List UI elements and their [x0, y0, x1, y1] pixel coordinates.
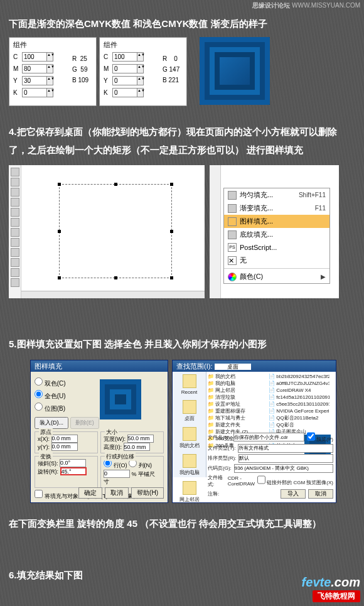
dark-m-input[interactable] — [22, 64, 47, 73]
spinner-icon[interactable]: ▲▼ — [137, 76, 144, 85]
spinner-icon[interactable]: ▲▼ — [47, 88, 53, 97]
rgb-light: R 0 G 147 B 221 — [163, 53, 179, 85]
file-item[interactable]: 📄 QQ影音 — [269, 421, 329, 428]
tool-icon[interactable] — [11, 198, 19, 207]
light-c-input[interactable] — [112, 52, 137, 62]
file-item[interactable]: 📄 c5ee35cc20130110209195... — [269, 401, 329, 408]
toolbox[interactable] — [9, 165, 21, 298]
file-item[interactable]: 📄 a0ffBJTCZbJUZNZG4v3f.t... — [269, 380, 329, 387]
tool-icon[interactable] — [11, 228, 19, 237]
places-bar[interactable]: Recent 桌面 我的文档 我的电脑 网上邻居 — [173, 372, 206, 477]
menu-color[interactable]: 颜色(C)▶ — [224, 270, 329, 283]
menu-pattern-fill[interactable]: 图样填充... — [224, 215, 329, 228]
delete-button[interactable]: 删除(E) — [70, 417, 99, 429]
rotate-input[interactable] — [60, 467, 87, 475]
file-item[interactable]: 📁 我的文档 — [208, 373, 269, 380]
file-item[interactable]: 📁 我的电脑 — [208, 380, 269, 387]
spinner-icon[interactable]: ▲▼ — [137, 52, 144, 62]
tool-icon[interactable] — [11, 248, 19, 257]
transform-with-object-checkbox[interactable] — [35, 490, 43, 498]
light-k-input[interactable] — [112, 88, 137, 97]
file-item[interactable]: 📁 网上邻居 — [208, 387, 269, 394]
menu-texture-fill[interactable]: 底纹填充... — [224, 228, 329, 241]
fill-context-menu[interactable]: 均匀填充...Shift+F11 渐变填充...F11 图样填充... 底纹填充… — [223, 188, 330, 284]
menu-fountain-fill[interactable]: 渐变填充...F11 — [224, 202, 329, 215]
width-input[interactable] — [127, 435, 154, 443]
dark-c-input[interactable] — [22, 52, 47, 62]
spinner-icon[interactable]: ▲▼ — [47, 52, 53, 62]
file-item[interactable]: 📄 CorelDRAW X4 — [269, 387, 329, 394]
sort-select[interactable] — [238, 454, 333, 463]
pattern-fill-dialog[interactable]: 图样填充 双色(C) 全色(U) 位图(B) 装入(D)... 删除(E) 原点… — [30, 360, 168, 503]
filetype-select[interactable] — [238, 444, 333, 453]
file-item[interactable]: 📁 设置IP地址 — [208, 401, 269, 408]
recent-place[interactable]: Recent — [173, 372, 206, 398]
file-item[interactable]: 📄 QQ影音2011Beta2 — [269, 414, 329, 421]
filename-input[interactable] — [233, 433, 304, 441]
cancel-import-button[interactable]: 取消 — [308, 489, 333, 499]
tool-icon[interactable] — [11, 188, 19, 197]
dark-k-input[interactable] — [22, 88, 47, 97]
file-item[interactable]: 📁 重建图标缓存 — [208, 408, 269, 414]
link-cgm-checkbox[interactable] — [257, 475, 265, 484]
status-bar — [21, 291, 205, 298]
dark-y-input[interactable] — [22, 76, 47, 85]
tool-icon[interactable] — [11, 208, 19, 217]
file-item[interactable]: 📁 新建文件夹 — [208, 421, 269, 428]
ok-button[interactable]: 确定 — [78, 487, 102, 499]
folder-icon — [183, 374, 196, 388]
file-item[interactable]: 📄 NVIDIA GeForce Experience — [269, 408, 329, 414]
documents-place[interactable]: 我的文档 — [173, 425, 206, 452]
computer-place[interactable]: 我的电脑 — [173, 452, 206, 479]
import-file-dialog[interactable]: 查找范围(I): 桌面 Recent 桌面 我的文档 我的电脑 网上邻居 📁 我… — [172, 360, 336, 503]
file-item[interactable]: 📄 bb2b82092432547ec3f23d... — [269, 373, 329, 380]
tile-offset-input[interactable] — [104, 470, 130, 478]
pattern-preview[interactable] — [100, 379, 141, 419]
tool-icon[interactable] — [11, 178, 19, 187]
menu-uniform-fill[interactable]: 均匀填充...Shift+F11 — [224, 188, 329, 202]
light-m-input[interactable] — [112, 64, 137, 73]
tool-icon[interactable] — [11, 218, 19, 227]
preview-checkbox[interactable] — [307, 432, 315, 441]
tool-icon[interactable] — [11, 238, 19, 247]
menu-no-fill[interactable]: ✕无 — [224, 254, 329, 267]
texture-fill-icon — [228, 230, 237, 239]
codepage-select[interactable] — [234, 464, 333, 473]
desktop-place[interactable]: 桌面 — [173, 398, 206, 425]
spinner-icon[interactable]: ▲▼ — [137, 64, 144, 73]
cancel-button[interactable]: 取消 — [105, 487, 129, 499]
cmyk-dark-panel: 组件 C▲▼ M▲▼ Y▲▼ K▲▼ R 25 G 59 B 109 — [9, 37, 97, 106]
import-button[interactable]: 导入 — [281, 489, 306, 499]
load-button[interactable]: 装入(D)... — [35, 417, 68, 429]
full-color-radio[interactable] — [35, 390, 43, 398]
skew-input[interactable] — [60, 459, 86, 467]
step-5b-text: 在下面变换栏里 旋转的角度 45 （不设置也行 待会用交互式填充工具调整） — [0, 515, 364, 533]
file-item[interactable]: 📄 fc14d5a126120110209195d... — [269, 394, 329, 401]
file-item[interactable]: 📁 清理垃圾 — [208, 394, 269, 401]
file-item[interactable]: 📁 地下城与勇士 — [208, 414, 269, 421]
tool-icon[interactable] — [11, 258, 19, 267]
selected-rectangle[interactable]: ✕ — [59, 184, 172, 278]
documents-icon — [183, 427, 196, 441]
spinner-icon[interactable]: ▲▼ — [47, 64, 53, 73]
origin-x-input[interactable] — [51, 435, 78, 443]
menu-postscript-fill[interactable]: PSPostScript... — [224, 241, 329, 254]
origin-y-input[interactable] — [51, 443, 78, 451]
network-place[interactable]: 网上邻居 — [173, 479, 206, 506]
tool-icon[interactable] — [11, 278, 19, 287]
cmyk-light-panel: 组件 C▲▼ M▲▼ Y▲▼ K▲▼ R 0 G 147 B 221 — [99, 37, 187, 106]
light-y-input[interactable] — [112, 76, 137, 85]
height-input[interactable] — [124, 443, 150, 451]
gradient-result-preview — [200, 37, 270, 105]
spinner-icon[interactable]: ▲▼ — [137, 88, 144, 97]
fountain-fill-icon — [228, 204, 237, 213]
two-color-radio[interactable] — [35, 377, 43, 386]
tool-icon[interactable] — [11, 268, 19, 277]
tool-icon[interactable] — [11, 168, 19, 176]
bitmap-radio[interactable] — [35, 403, 43, 411]
panel-title: 组件 — [104, 40, 183, 50]
spinner-icon[interactable]: ▲▼ — [47, 76, 53, 85]
help-button[interactable]: 帮助(H) — [131, 487, 164, 499]
dialog-title: 图样填充 — [31, 360, 168, 372]
pattern-type-group[interactable]: 双色(C) 全色(U) 位图(B) — [35, 377, 164, 413]
